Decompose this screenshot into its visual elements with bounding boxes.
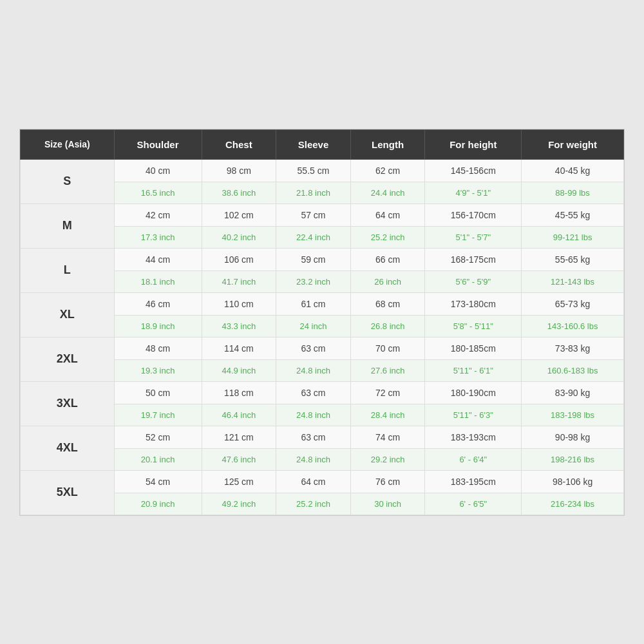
inch-value-m-col3: 25.2 inch xyxy=(350,226,425,248)
size-label-4xl: 4XL xyxy=(21,426,115,470)
inch-value-xl-col3: 26.8 inch xyxy=(350,315,425,337)
size-chart-table: Size (Asia)ShoulderChestSleeveLengthFor … xyxy=(20,129,624,515)
table-row-cm-4xl: 4XL52 cm121 cm63 cm74 cm183-193cm90-98 k… xyxy=(21,426,624,448)
inch-value-2xl-col3: 27.6 inch xyxy=(350,359,425,381)
header-cell-chest: Chest xyxy=(202,129,276,159)
size-label-xl: XL xyxy=(21,292,115,337)
cm-value-xl-col1: 110 cm xyxy=(202,292,276,315)
inch-value-l-col1: 41.7 inch xyxy=(202,270,276,292)
cm-value-m-col2: 57 cm xyxy=(276,204,351,226)
inch-value-xl-col1: 43.3 inch xyxy=(202,315,276,337)
header-cell-for-weight: For weight xyxy=(522,129,624,159)
inch-value-2xl-col4: 5'11" - 6'1" xyxy=(425,359,522,381)
table-row-cm-m: M42 cm102 cm57 cm64 cm156-170cm45-55 kg xyxy=(21,204,624,226)
cm-value-4xl-col4: 183-193cm xyxy=(425,426,522,448)
inch-value-m-col1: 40.2 inch xyxy=(202,226,276,248)
cm-value-3xl-col0: 50 cm xyxy=(114,381,202,404)
size-chart-container: Size (Asia)ShoulderChestSleeveLengthFor … xyxy=(19,129,625,516)
inch-value-s-col3: 24.4 inch xyxy=(350,182,425,204)
cm-value-3xl-col1: 118 cm xyxy=(202,381,276,404)
inch-value-s-col5: 88-99 lbs xyxy=(522,182,624,204)
cm-value-3xl-col2: 63 cm xyxy=(276,381,351,404)
cm-value-4xl-col0: 52 cm xyxy=(114,426,202,448)
cm-value-m-col5: 45-55 kg xyxy=(522,204,624,226)
cm-value-s-col4: 145-156cm xyxy=(425,159,522,182)
cm-value-s-col5: 40-45 kg xyxy=(522,159,624,182)
size-label-3xl: 3XL xyxy=(21,381,115,426)
cm-value-3xl-col5: 83-90 kg xyxy=(522,381,624,404)
cm-value-s-col2: 55.5 cm xyxy=(276,159,351,182)
cm-value-5xl-col5: 98-106 kg xyxy=(522,470,624,493)
inch-value-m-col2: 22.4 inch xyxy=(276,226,351,248)
cm-value-4xl-col1: 121 cm xyxy=(202,426,276,448)
table-row-cm-3xl: 3XL50 cm118 cm63 cm72 cm180-190cm83-90 k… xyxy=(21,381,624,404)
cm-value-s-col1: 98 cm xyxy=(202,159,276,182)
inch-value-4xl-col2: 24.8 inch xyxy=(276,448,351,470)
cm-value-3xl-col4: 180-190cm xyxy=(425,381,522,404)
cm-value-2xl-col5: 73-83 kg xyxy=(522,337,624,359)
inch-value-l-col2: 23.2 inch xyxy=(276,270,351,292)
cm-value-2xl-col4: 180-185cm xyxy=(425,337,522,359)
table-row-cm-l: L44 cm106 cm59 cm66 cm168-175cm55-65 kg xyxy=(21,248,624,270)
cm-value-l-col0: 44 cm xyxy=(114,248,202,270)
inch-value-m-col0: 17.3 inch xyxy=(114,226,202,248)
inch-value-xl-col5: 143-160.6 lbs xyxy=(522,315,624,337)
inch-value-2xl-col0: 19.3 inch xyxy=(114,359,202,381)
inch-value-5xl-col3: 30 inch xyxy=(350,493,425,515)
cm-value-xl-col2: 61 cm xyxy=(276,292,351,315)
cm-value-5xl-col4: 183-195cm xyxy=(425,470,522,493)
cm-value-s-col3: 62 cm xyxy=(350,159,425,182)
inch-value-5xl-col5: 216-234 lbs xyxy=(522,493,624,515)
header-cell-shoulder: Shoulder xyxy=(114,129,202,159)
inch-value-s-col1: 38.6 inch xyxy=(202,182,276,204)
inch-value-3xl-col2: 24.8 inch xyxy=(276,404,351,426)
cm-value-xl-col0: 46 cm xyxy=(114,292,202,315)
table-row-cm-xl: XL46 cm110 cm61 cm68 cm173-180cm65-73 kg xyxy=(21,292,624,315)
inch-value-2xl-col2: 24.8 inch xyxy=(276,359,351,381)
inch-value-s-col4: 4'9" - 5'1" xyxy=(425,182,522,204)
cm-value-4xl-col2: 63 cm xyxy=(276,426,351,448)
cm-value-xl-col3: 68 cm xyxy=(350,292,425,315)
inch-value-5xl-col2: 25.2 inch xyxy=(276,493,351,515)
inch-value-2xl-col5: 160.6-183 lbs xyxy=(522,359,624,381)
cm-value-l-col2: 59 cm xyxy=(276,248,351,270)
inch-value-3xl-col0: 19.7 inch xyxy=(114,404,202,426)
inch-value-m-col5: 99-121 lbs xyxy=(522,226,624,248)
cm-value-5xl-col3: 76 cm xyxy=(350,470,425,493)
inch-value-3xl-col5: 183-198 lbs xyxy=(522,404,624,426)
size-label-s: S xyxy=(21,159,115,204)
size-label-l: L xyxy=(21,248,115,292)
inch-value-s-col0: 16.5 inch xyxy=(114,182,202,204)
table-row-cm-s: S40 cm98 cm55.5 cm62 cm145-156cm40-45 kg xyxy=(21,159,624,182)
inch-value-4xl-col4: 6' - 6'4" xyxy=(425,448,522,470)
header-row: Size (Asia)ShoulderChestSleeveLengthFor … xyxy=(21,129,624,159)
inch-value-l-col3: 26 inch xyxy=(350,270,425,292)
inch-value-4xl-col0: 20.1 inch xyxy=(114,448,202,470)
inch-value-5xl-col4: 6' - 6'5" xyxy=(425,493,522,515)
cm-value-xl-col5: 65-73 kg xyxy=(522,292,624,315)
table-row-cm-5xl: 5XL54 cm125 cm64 cm76 cm183-195cm98-106 … xyxy=(21,470,624,493)
cm-value-4xl-col3: 74 cm xyxy=(350,426,425,448)
cm-value-2xl-col2: 63 cm xyxy=(276,337,351,359)
cm-value-5xl-col0: 54 cm xyxy=(114,470,202,493)
header-cell-size-(asia): Size (Asia) xyxy=(21,129,115,159)
inch-value-5xl-col0: 20.9 inch xyxy=(114,493,202,515)
cm-value-m-col0: 42 cm xyxy=(114,204,202,226)
cm-value-2xl-col1: 114 cm xyxy=(202,337,276,359)
cm-value-m-col3: 64 cm xyxy=(350,204,425,226)
cm-value-2xl-col3: 70 cm xyxy=(350,337,425,359)
size-label-2xl: 2XL xyxy=(21,337,115,381)
cm-value-l-col5: 55-65 kg xyxy=(522,248,624,270)
cm-value-4xl-col5: 90-98 kg xyxy=(522,426,624,448)
inch-value-3xl-col4: 5'11" - 6'3" xyxy=(425,404,522,426)
inch-value-3xl-col3: 28.4 inch xyxy=(350,404,425,426)
inch-value-l-col0: 18.1 inch xyxy=(114,270,202,292)
header-cell-for-height: For height xyxy=(425,129,522,159)
inch-value-l-col5: 121-143 lbs xyxy=(522,270,624,292)
cm-value-m-col4: 156-170cm xyxy=(425,204,522,226)
cm-value-m-col1: 102 cm xyxy=(202,204,276,226)
cm-value-3xl-col3: 72 cm xyxy=(350,381,425,404)
cm-value-5xl-col2: 64 cm xyxy=(276,470,351,493)
size-label-5xl: 5XL xyxy=(21,470,115,515)
inch-value-s-col2: 21.8 inch xyxy=(276,182,351,204)
